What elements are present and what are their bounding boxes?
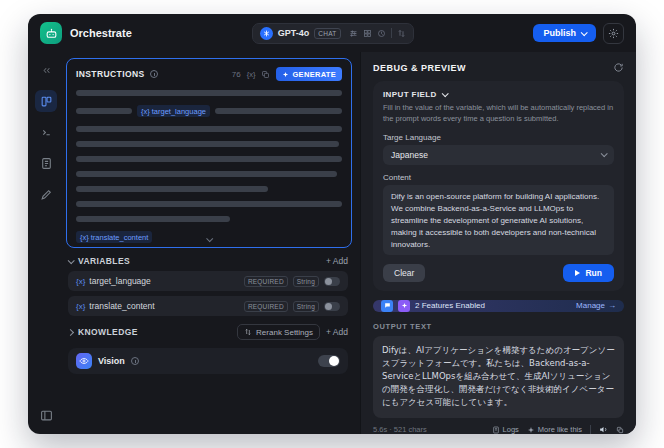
skeleton-line: [215, 108, 342, 114]
skeleton-line: [76, 171, 337, 177]
rerank-label: Rerank Settings: [256, 328, 313, 337]
clear-button[interactable]: Clear: [383, 264, 425, 282]
input-field-title: INPUT FIELD: [383, 90, 437, 99]
clock-icon[interactable]: [377, 29, 386, 38]
generate-button[interactable]: GENERATE: [276, 67, 342, 81]
skeleton-line: [76, 108, 132, 114]
sidebar-item-orchestrate[interactable]: [35, 90, 57, 112]
model-selector[interactable]: GPT-4o CHAT: [252, 23, 414, 44]
sliders-icon[interactable]: [349, 29, 358, 38]
sidebar-item-annotation[interactable]: [35, 183, 57, 205]
insert-variable-icon[interactable]: {x}: [247, 70, 256, 79]
app-logo[interactable]: [40, 22, 62, 44]
vision-label: Vision: [98, 356, 125, 366]
publish-button[interactable]: Publish: [533, 24, 596, 42]
manage-features-link[interactable]: Manage →: [576, 301, 616, 310]
char-count: 76: [232, 70, 241, 79]
variable-name: translate_content: [91, 233, 149, 242]
type-badge: String: [293, 276, 319, 287]
sparkle-icon: [527, 426, 535, 434]
variable-row-target-language[interactable]: {x} target_language REQUIRED String: [68, 271, 348, 291]
run-button[interactable]: Run: [563, 264, 614, 282]
skeleton-line: [76, 201, 342, 207]
layout-panel-icon[interactable]: [35, 404, 57, 426]
prompt-skeleton: {x} target_language {x}: [76, 90, 342, 243]
sidebar-rail: [28, 52, 64, 434]
add-variable-button[interactable]: + Add: [326, 256, 348, 266]
content-textarea[interactable]: Dify is an open-source platform for buil…: [383, 185, 614, 255]
top-bar-right: Publish: [533, 23, 624, 44]
variable-name: translate_content: [89, 301, 154, 311]
input-field-card: INPUT FIELD Fill in the value of the var…: [373, 81, 624, 291]
rerank-settings-button[interactable]: Rerank Settings: [237, 324, 320, 340]
generate-label: GENERATE: [292, 70, 336, 79]
copy-icon: [616, 426, 624, 434]
variable-prefix: {x}: [76, 302, 85, 311]
variable-prefix: {x}: [80, 233, 89, 242]
variable-row-translate-content[interactable]: {x} translate_content REQUIRED String: [68, 296, 348, 316]
instructions-title: INSTRUCTIONS: [76, 69, 145, 79]
logs-label: Logs: [503, 425, 519, 434]
manage-label: Manage: [576, 301, 605, 310]
target-language-label: Targe Language: [383, 133, 614, 142]
sidebar-item-api[interactable]: [35, 121, 57, 143]
eye-icon: [76, 353, 92, 369]
page-title: Orchestrate: [70, 27, 132, 39]
selected-language: Japanese: [391, 150, 428, 160]
openai-icon: [260, 27, 273, 40]
speaker-button[interactable]: [599, 425, 608, 434]
collapse-sidebar-icon[interactable]: [35, 59, 57, 81]
variable-toggle[interactable]: [324, 302, 340, 311]
required-badge: REQUIRED: [244, 301, 288, 312]
debug-preview-title: DEBUG & PREVIEW: [373, 63, 466, 73]
chevron-down-icon: [601, 151, 608, 158]
grid-icon[interactable]: [363, 29, 372, 38]
skeleton-line: [76, 141, 339, 147]
divider: [391, 28, 392, 38]
restart-icon[interactable]: [613, 62, 624, 73]
copy-icon[interactable]: [261, 70, 270, 79]
instructions-editor[interactable]: INSTRUCTIONS 76 {x}: [66, 58, 352, 248]
logs-button[interactable]: Logs: [492, 425, 519, 434]
variables-title: VARIABLES: [78, 256, 130, 266]
feature-chat-icon: [381, 300, 393, 312]
variable-chip-translate-content[interactable]: {x} translate_content: [76, 231, 152, 243]
skeleton-line: [76, 186, 268, 192]
publish-label: Publish: [543, 28, 576, 38]
more-like-this-button[interactable]: More like this: [527, 425, 582, 434]
variables-section: VARIABLES + Add {x} target_language REQU…: [66, 248, 352, 316]
variable-name: target_language: [152, 107, 206, 116]
swap-icon[interactable]: [397, 29, 406, 38]
target-language-select[interactable]: Japanese: [383, 145, 614, 165]
info-icon: [131, 357, 139, 365]
vision-toggle[interactable]: [318, 355, 340, 367]
top-bar: Orchestrate GPT-4o CHAT: [28, 14, 636, 52]
variable-name: target_language: [89, 276, 150, 286]
divider: [590, 425, 591, 434]
settings-button[interactable]: [603, 23, 624, 44]
required-badge: REQUIRED: [244, 276, 288, 287]
copy-output-button[interactable]: [616, 426, 624, 434]
features-enabled-label: 2 Features Enabled: [415, 301, 485, 310]
chevron-right-icon[interactable]: [67, 328, 74, 335]
arrow-right-icon: →: [608, 301, 616, 310]
app-window: Orchestrate GPT-4o CHAT: [28, 14, 636, 434]
features-enabled-bar[interactable]: 2 Features Enabled Manage →: [373, 300, 624, 312]
chevron-down-icon[interactable]: [68, 257, 75, 264]
variable-toggle[interactable]: [324, 277, 340, 286]
play-icon: [575, 270, 580, 276]
knowledge-title: KNOWLEDGE: [78, 327, 138, 337]
knowledge-section: KNOWLEDGE Rerank Settings + Add: [66, 316, 352, 340]
input-field-header[interactable]: INPUT FIELD: [383, 90, 614, 99]
speaker-icon: [599, 425, 608, 434]
rerank-icon: [244, 328, 252, 336]
skeleton-line: [76, 90, 342, 96]
add-knowledge-button[interactable]: + Add: [326, 327, 348, 337]
info-icon: [150, 70, 158, 78]
variable-prefix: {x}: [76, 277, 85, 286]
gear-icon: [608, 28, 619, 39]
more-like-this-label: More like this: [538, 425, 582, 434]
input-field-description: Fill in the value of the variable, which…: [383, 103, 614, 125]
sidebar-item-logs[interactable]: [35, 152, 57, 174]
variable-chip-target-language[interactable]: {x} target_language: [137, 105, 210, 117]
